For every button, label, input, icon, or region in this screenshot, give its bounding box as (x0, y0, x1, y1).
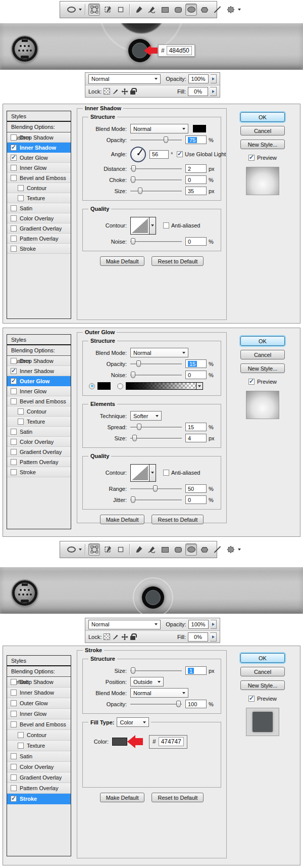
style-checkbox[interactable] (11, 175, 17, 181)
rounded-rectangle-tool-button[interactable] (172, 543, 184, 556)
style-checkbox[interactable] (11, 378, 17, 384)
style-checkbox[interactable] (11, 439, 17, 445)
slider-thumb[interactable] (137, 424, 141, 430)
layer-opacity-value[interactable]: 100% (188, 620, 209, 629)
style-list-item[interactable]: Gradient Overlay (7, 447, 71, 457)
blending-options-item[interactable]: Blending Options: Custom (7, 345, 71, 356)
style-checkbox[interactable] (11, 764, 17, 770)
lock-image-brush-icon[interactable] (112, 633, 119, 641)
style-list-item[interactable]: Inner Shadow (7, 688, 71, 698)
range-slider[interactable] (130, 485, 182, 492)
opacity-field[interactable]: 15 (185, 359, 207, 368)
noise-field[interactable]: 0 (185, 237, 207, 246)
style-list-item[interactable]: Outer Glow (7, 698, 71, 709)
contour-picker-caret[interactable] (149, 464, 156, 482)
layer-fill-value[interactable]: 0% (188, 87, 208, 96)
lock-position-move-icon[interactable] (121, 88, 128, 95)
style-list-item[interactable]: Stroke (7, 244, 71, 254)
opacity-spinner-button[interactable] (211, 74, 217, 83)
slider-thumb[interactable] (138, 188, 142, 194)
style-list-item[interactable]: Outer Glow (7, 376, 71, 386)
style-list-item[interactable]: Satin (7, 751, 71, 762)
size-field[interactable]: 1 (185, 666, 207, 675)
style-checkbox[interactable] (18, 743, 24, 749)
paths-button[interactable] (102, 543, 113, 556)
new-style-button[interactable]: New Style... (240, 363, 285, 373)
style-list-item[interactable]: Texture (7, 193, 71, 203)
noise-slider[interactable] (130, 371, 182, 379)
style-list-item[interactable]: Stroke (7, 794, 71, 804)
style-list-item[interactable]: Satin (7, 427, 71, 437)
size-slider[interactable] (130, 667, 182, 674)
style-list-item[interactable]: Pattern Overlay (7, 783, 71, 794)
hex-value-field[interactable]: 484d50 (167, 46, 192, 55)
rectangle-tool-button[interactable] (159, 4, 171, 16)
cancel-button[interactable]: Cancel (240, 667, 285, 676)
distance-slider[interactable] (130, 165, 182, 172)
style-list-item[interactable]: Stroke (7, 467, 71, 477)
slider-thumb[interactable] (176, 701, 181, 707)
preview-checkbox[interactable] (248, 379, 255, 385)
style-checkbox[interactable] (11, 690, 17, 696)
style-checkbox[interactable] (11, 700, 17, 706)
fill-spinner-button[interactable] (210, 87, 217, 96)
style-list-item[interactable]: Contour (7, 406, 71, 417)
style-checkbox[interactable] (11, 429, 17, 435)
shadow-color-swatch[interactable] (193, 125, 206, 132)
choke-slider[interactable] (130, 176, 182, 184)
style-list-item[interactable]: Inner Shadow (7, 366, 71, 376)
contour-thumbnail[interactable] (130, 217, 149, 235)
rounded-rectangle-tool-button[interactable] (172, 4, 184, 16)
shape-layers-button[interactable] (88, 4, 100, 16)
blend-mode-select[interactable]: Normal (130, 348, 188, 357)
ellipse-tool-button[interactable] (185, 4, 197, 16)
polygon-tool-button[interactable] (198, 4, 210, 16)
lock-transparency-icon[interactable] (104, 88, 110, 95)
slider-thumb[interactable] (131, 496, 135, 503)
contour-picker-caret[interactable] (149, 217, 156, 235)
angle-dial[interactable] (130, 147, 146, 162)
blend-mode-select[interactable]: Normal (130, 688, 188, 698)
jitter-slider[interactable] (130, 496, 182, 504)
glow-color-swatch[interactable] (97, 382, 111, 390)
fill-type-select[interactable]: Color (117, 717, 149, 727)
glow-gradient-bar[interactable] (126, 382, 196, 390)
noise-slider[interactable] (130, 238, 182, 245)
style-checkbox[interactable] (11, 145, 17, 151)
slider-thumb[interactable] (153, 485, 158, 492)
ellipse-tool-preset-button[interactable] (66, 543, 77, 556)
slider-thumb[interactable] (164, 136, 168, 143)
fill-pixels-button[interactable] (115, 4, 126, 16)
ok-button[interactable]: OK (240, 653, 285, 663)
style-list-item[interactable]: Satin (7, 203, 71, 213)
style-list-item[interactable]: Bevel and Emboss (7, 719, 71, 730)
style-list-item[interactable]: Inner Glow (7, 386, 71, 396)
style-list-item[interactable]: Outer Glow (7, 153, 71, 163)
tool-preset-caret-icon[interactable] (79, 549, 82, 551)
size-field[interactable]: 4 (185, 434, 207, 442)
style-checkbox[interactable] (11, 225, 17, 232)
fill-spinner-button[interactable] (210, 632, 217, 642)
choke-field[interactable]: 0 (185, 175, 207, 184)
style-checkbox[interactable] (11, 358, 17, 364)
lock-all-icon[interactable] (130, 636, 135, 640)
lock-transparency-icon[interactable] (104, 633, 110, 640)
shape-options-caret-icon[interactable] (238, 549, 241, 551)
style-checkbox[interactable] (11, 753, 17, 759)
spread-field[interactable]: 15 (185, 423, 207, 431)
range-field[interactable]: 50 (185, 484, 207, 493)
polygon-tool-button[interactable] (198, 543, 210, 556)
make-default-button[interactable]: Make Default (100, 256, 145, 266)
glow-gradient-radio[interactable] (117, 383, 123, 389)
style-list-item[interactable]: Texture (7, 417, 71, 427)
style-list-item[interactable]: Pattern Overlay (7, 234, 71, 244)
size-field[interactable]: 35 (185, 187, 207, 195)
style-checkbox[interactable] (11, 155, 17, 161)
style-list-item[interactable]: Bevel and Emboss (7, 396, 71, 406)
style-checkbox[interactable] (11, 388, 17, 394)
freeform-pen-tool-button[interactable] (146, 543, 158, 556)
freeform-pen-tool-button[interactable] (146, 4, 158, 16)
style-checkbox[interactable] (11, 398, 17, 404)
style-list-item[interactable]: Pattern Overlay (7, 457, 71, 467)
style-list-item[interactable]: Inner Shadow (7, 143, 71, 153)
